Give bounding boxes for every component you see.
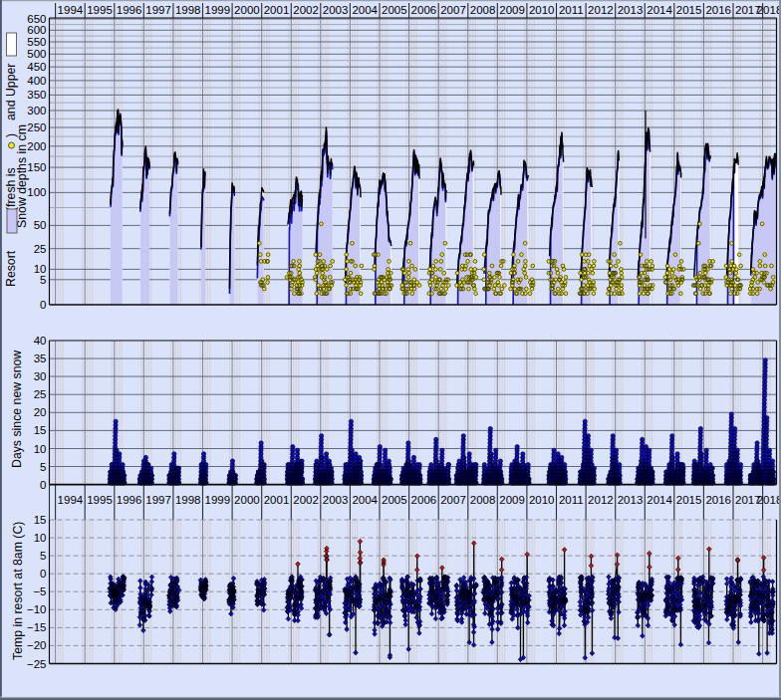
svg-text:400: 400 xyxy=(27,75,46,87)
svg-text:2011: 2011 xyxy=(559,494,584,506)
svg-text:550: 550 xyxy=(27,36,46,48)
svg-text:−10: −10 xyxy=(27,603,47,615)
svg-text:200: 200 xyxy=(27,140,46,152)
svg-text:−25: −25 xyxy=(27,658,47,670)
svg-text:0: 0 xyxy=(40,299,46,311)
svg-text:2006: 2006 xyxy=(411,494,437,506)
svg-text:2012: 2012 xyxy=(588,4,614,16)
svg-text:2012: 2012 xyxy=(588,494,614,506)
svg-text:5: 5 xyxy=(40,461,46,473)
svg-text:2010: 2010 xyxy=(529,494,555,506)
svg-text:2003: 2003 xyxy=(323,494,349,506)
svg-text:2009: 2009 xyxy=(499,4,525,16)
svg-text:2010: 2010 xyxy=(529,4,555,16)
svg-text:150: 150 xyxy=(27,161,46,173)
svg-text:2009: 2009 xyxy=(499,494,525,506)
svg-text:Resort: Resort xyxy=(4,250,18,287)
svg-text:2016: 2016 xyxy=(705,4,731,16)
svg-text:20: 20 xyxy=(34,406,47,418)
svg-text:350: 350 xyxy=(27,89,46,101)
svg-text:650: 650 xyxy=(27,13,46,25)
svg-text:1995: 1995 xyxy=(87,494,113,506)
svg-text:2000: 2000 xyxy=(234,4,260,16)
svg-text:10: 10 xyxy=(34,263,47,275)
svg-text:10: 10 xyxy=(34,532,47,544)
svg-text:0: 0 xyxy=(40,568,46,580)
svg-text:2002: 2002 xyxy=(293,4,319,16)
svg-text:2004: 2004 xyxy=(352,494,378,506)
svg-text:2014: 2014 xyxy=(647,494,672,506)
svg-text:1999: 1999 xyxy=(205,4,231,16)
svg-text:2005: 2005 xyxy=(382,494,407,506)
svg-text:50: 50 xyxy=(34,219,47,231)
svg-text:2000: 2000 xyxy=(234,494,260,506)
svg-text:Days since new snow: Days since new snow xyxy=(10,350,24,468)
svg-text:2013: 2013 xyxy=(618,4,644,16)
svg-text:1998: 1998 xyxy=(175,494,201,506)
svg-text:−20: −20 xyxy=(27,639,47,651)
svg-text:2001: 2001 xyxy=(264,4,290,16)
svg-text:2008: 2008 xyxy=(470,494,496,506)
svg-text:2007: 2007 xyxy=(440,4,466,16)
svg-text:1999: 1999 xyxy=(205,494,231,506)
svg-text:1995: 1995 xyxy=(87,4,113,16)
svg-text:2014: 2014 xyxy=(647,4,672,16)
svg-text:2018: 2018 xyxy=(757,4,781,16)
svg-text:30: 30 xyxy=(34,370,47,382)
svg-text:5: 5 xyxy=(40,274,46,286)
svg-text:450: 450 xyxy=(27,61,46,73)
svg-text:100: 100 xyxy=(27,186,46,198)
svg-text:2018: 2018 xyxy=(757,494,781,506)
svg-text:25: 25 xyxy=(34,243,47,255)
svg-text:2016: 2016 xyxy=(705,494,731,506)
svg-text:40: 40 xyxy=(34,335,47,347)
svg-text:and Upper: and Upper xyxy=(4,64,18,120)
svg-text:2004: 2004 xyxy=(352,4,378,16)
svg-text:10: 10 xyxy=(34,443,47,455)
svg-text:300: 300 xyxy=(27,105,46,117)
svg-text:250: 250 xyxy=(27,121,46,133)
svg-text:15: 15 xyxy=(34,514,47,526)
svg-text:1996: 1996 xyxy=(117,494,142,506)
svg-text:600: 600 xyxy=(27,24,46,36)
svg-text:1994: 1994 xyxy=(58,494,84,506)
svg-text:2006: 2006 xyxy=(411,4,437,16)
svg-text:5: 5 xyxy=(40,550,46,562)
svg-text:0: 0 xyxy=(40,479,46,491)
svg-text:15: 15 xyxy=(34,424,47,436)
svg-text:2002: 2002 xyxy=(293,494,319,506)
svg-text:2005: 2005 xyxy=(382,4,407,16)
svg-text:2008: 2008 xyxy=(470,4,496,16)
svg-text:2015: 2015 xyxy=(676,4,702,16)
svg-text:1997: 1997 xyxy=(145,4,171,16)
svg-text:500: 500 xyxy=(27,48,46,60)
svg-text:1996: 1996 xyxy=(117,4,142,16)
svg-text:−5: −5 xyxy=(33,585,46,597)
svg-text:35: 35 xyxy=(34,352,47,364)
svg-text:1998: 1998 xyxy=(175,4,201,16)
svg-text:1997: 1997 xyxy=(145,494,171,506)
svg-text:2013: 2013 xyxy=(618,494,644,506)
svg-text:2003: 2003 xyxy=(323,4,349,16)
svg-text:25: 25 xyxy=(34,388,47,400)
svg-text:1994: 1994 xyxy=(58,4,84,16)
svg-text:2011: 2011 xyxy=(559,4,584,16)
svg-text:Temp in resort at 8am (C): Temp in resort at 8am (C) xyxy=(11,522,25,660)
svg-text:2007: 2007 xyxy=(440,494,466,506)
svg-text:2001: 2001 xyxy=(264,494,290,506)
svg-text:−15: −15 xyxy=(27,621,47,633)
svg-text:2015: 2015 xyxy=(676,494,702,506)
